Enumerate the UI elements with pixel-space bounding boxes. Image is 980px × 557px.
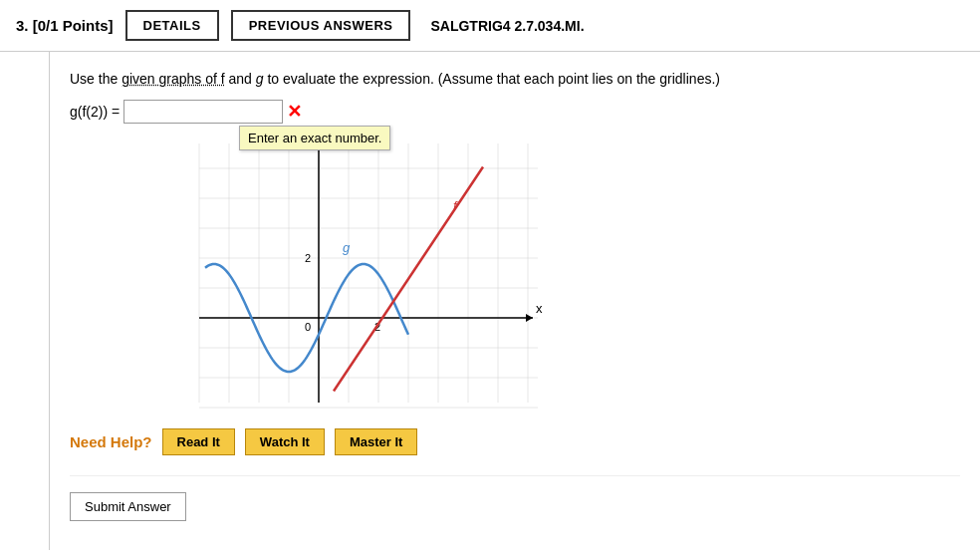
- submit-row: Submit Answer: [70, 475, 960, 521]
- question-number: 3. [0/1 Points]: [16, 17, 114, 34]
- given-graphs-link[interactable]: given graphs of f: [122, 71, 225, 87]
- need-help-label: Need Help?: [70, 433, 152, 450]
- master-it-button[interactable]: Master It: [335, 428, 417, 455]
- answer-input[interactable]: [123, 100, 283, 124]
- tooltip-box: Enter an exact number.: [239, 126, 390, 150]
- clear-icon[interactable]: ✕: [287, 101, 302, 123]
- graph-container: [189, 134, 548, 413]
- problem-instruction: Use the given graphs of f and g to evalu…: [70, 68, 960, 90]
- need-help-row: Need Help? Read It Watch It Master It: [70, 428, 960, 455]
- read-it-button[interactable]: Read It: [162, 428, 235, 455]
- main-content: Use the given graphs of f and g to evalu…: [0, 52, 980, 550]
- watch-it-button[interactable]: Watch It: [245, 428, 325, 455]
- content-area: Use the given graphs of f and g to evalu…: [50, 52, 980, 550]
- left-border: [0, 52, 50, 550]
- question-num-text: 3.: [16, 17, 29, 34]
- input-row: g(f(2)) = ✕ Enter an exact number.: [70, 100, 960, 124]
- expression-label: g(f(2)) =: [70, 104, 120, 120]
- graph-canvas: [189, 134, 548, 413]
- points-label: [0/1 Points]: [33, 17, 114, 34]
- details-button[interactable]: DETAILS: [125, 10, 219, 41]
- submit-answer-button[interactable]: Submit Answer: [70, 492, 186, 521]
- assignment-code: SALGTRIG4 2.7.034.MI.: [430, 18, 584, 34]
- previous-answers-button[interactable]: PREVIOUS ANSWERS: [231, 10, 411, 41]
- header-bar: 3. [0/1 Points] DETAILS PREVIOUS ANSWERS…: [0, 0, 980, 52]
